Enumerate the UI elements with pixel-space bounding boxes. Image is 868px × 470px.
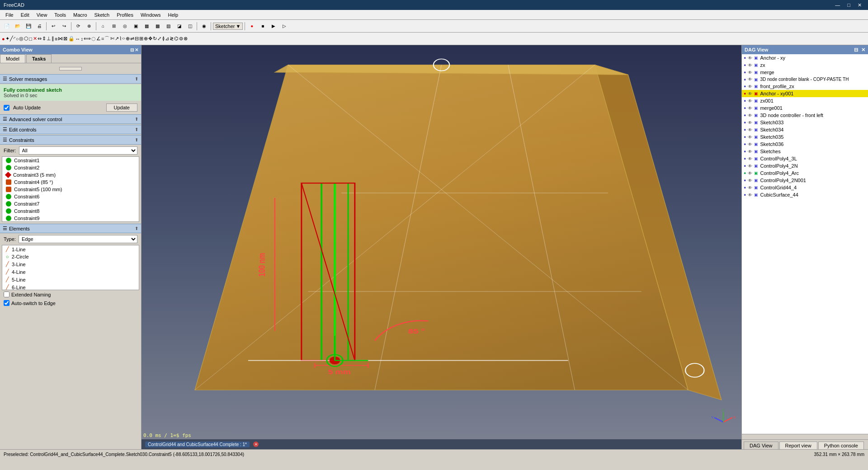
dag-item-selected[interactable]: ● 👁 ▣ Anchor - xy001	[742, 90, 868, 97]
list-item[interactable]: Constraint2	[2, 164, 139, 171]
auto-update-checkbox[interactable]	[4, 105, 9, 111]
dag-item[interactable]: ● 👁 ▣ merge	[742, 69, 868, 76]
tab-dag-view[interactable]: DAG View	[744, 442, 778, 449]
menu-tools[interactable]: Tools	[51, 11, 70, 19]
solver-messages-header[interactable]: ☰ Solver messages ⬆	[0, 74, 141, 84]
eye-icon[interactable]: 👁	[748, 56, 752, 61]
dag-item[interactable]: ● 👁 ▣ ControlPoly4_2N	[742, 162, 868, 169]
print-btn[interactable]: 🖨	[34, 21, 44, 31]
tool-ext2[interactable]: ⊿	[165, 36, 169, 42]
sketch-close-button[interactable]	[59, 67, 82, 70]
dag-item[interactable]: ● 👁 ▣ front_profile_zx	[742, 83, 868, 90]
dim-horiz[interactable]: ↔	[75, 36, 80, 42]
redo-btn[interactable]: ↪	[59, 21, 69, 31]
list-item[interactable]: Constraint6	[2, 193, 139, 200]
update-button[interactable]: Update	[106, 103, 137, 112]
constraint-sym[interactable]: ⋈	[58, 36, 63, 42]
constraint-block[interactable]: ⊠	[63, 36, 67, 42]
view-persp[interactable]: ◉	[199, 21, 209, 31]
tool-extend[interactable]: ↗	[115, 36, 119, 42]
eye-icon[interactable]: 👁	[748, 127, 752, 132]
eye-icon[interactable]: 👁	[748, 185, 752, 190]
tool-rotate[interactable]: ↻	[153, 36, 157, 42]
list-item[interactable]: ○2-Circle	[2, 253, 139, 260]
eye-icon[interactable]: 👁	[748, 91, 752, 96]
play-btn[interactable]: ▶	[269, 21, 278, 31]
list-item[interactable]: Constraint8	[2, 207, 139, 215]
dim-lock[interactable]: 🔒	[68, 36, 75, 42]
tool-scale[interactable]: ⤢	[157, 36, 161, 42]
dag-scrollbar[interactable]	[742, 434, 868, 439]
tool-mirror[interactable]: ⇌	[130, 36, 134, 42]
dim-angle[interactable]: ∠	[96, 36, 101, 42]
eye-icon[interactable]: 👁	[748, 193, 752, 197]
dag-item[interactable]: ● 👁 ▣ zx	[742, 61, 868, 69]
dag-item[interactable]: ● 👁 ▣ merge001	[742, 104, 868, 112]
tab-python-console[interactable]: Python console	[818, 442, 864, 449]
tool-ext6[interactable]: ⊗	[184, 36, 188, 42]
tab-report-view[interactable]: Report view	[779, 442, 817, 449]
workbench-selector[interactable]: Sketcher ▼	[213, 23, 243, 30]
elements-collapse-icon[interactable]: ⬆	[135, 226, 138, 231]
dag-close-btn[interactable]: ✕	[861, 47, 865, 52]
menu-file[interactable]: File	[2, 11, 17, 19]
view-top[interactable]: ▦	[142, 21, 151, 31]
dim-dist[interactable]: ⟺	[84, 36, 91, 42]
dag-item[interactable]: ● 👁 ▣ zx001	[742, 97, 868, 104]
menu-view[interactable]: View	[33, 11, 51, 19]
tool-offset[interactable]: ⊟	[135, 36, 139, 42]
maximize-btn[interactable]: □	[844, 1, 853, 9]
eye-icon[interactable]: 👁	[748, 84, 752, 89]
tool-copy[interactable]: ⊕	[144, 36, 148, 42]
eye-icon[interactable]: 👁	[748, 156, 752, 161]
constraint-par[interactable]: ∥	[52, 36, 54, 42]
new-btn[interactable]: 📄	[2, 21, 12, 31]
list-item[interactable]: ╱3-Line	[2, 260, 139, 268]
eye-icon[interactable]: 👁	[748, 171, 752, 176]
list-item[interactable]: Constraint5 (100 mm)	[2, 186, 139, 193]
list-item[interactable]: Constraint4 (85 °)	[2, 179, 139, 186]
dim-tangent[interactable]: ⌒	[104, 35, 109, 42]
dim-equal[interactable]: =	[101, 36, 104, 42]
menu-windows[interactable]: Windows	[137, 11, 165, 19]
stop-btn[interactable]: ⊕	[84, 21, 94, 31]
extended-naming-checkbox[interactable]	[4, 291, 9, 297]
open-btn[interactable]: 📂	[13, 21, 23, 31]
sketch-circle[interactable]: ○	[16, 36, 19, 42]
dag-float-btn[interactable]: ⊟	[854, 47, 858, 52]
constraint-fix[interactable]: ✕	[33, 36, 37, 42]
close-sketch-btn[interactable]: ✕	[253, 442, 259, 447]
elements-header[interactable]: ☰ Elements ⬆	[0, 224, 141, 233]
auto-switch-checkbox[interactable]	[4, 300, 9, 306]
view-std[interactable]: ◎	[120, 21, 130, 31]
list-item[interactable]: ╱4-Line	[2, 268, 139, 276]
dag-item[interactable]: ● 👁 ▣ ControlPoly4_Arc	[742, 169, 868, 177]
menu-profiles[interactable]: Profiles	[113, 11, 137, 19]
dag-item[interactable]: ● 👁 ▣ 3D node controller - front left	[742, 112, 868, 119]
constraint-hline[interactable]: ⇔	[38, 36, 42, 42]
menu-macro[interactable]: Macro	[70, 11, 91, 19]
tool-split[interactable]: ⌇	[119, 36, 122, 42]
adv-collapse-icon[interactable]: ⬆	[135, 117, 138, 122]
sketch-ellipse[interactable]: ◎	[19, 36, 24, 42]
eye-icon[interactable]: 👁	[748, 178, 752, 183]
view-fit[interactable]: ⊞	[109, 21, 119, 31]
tab-model[interactable]: Model	[0, 54, 25, 63]
list-item[interactable]: Constraint9	[2, 215, 139, 222]
eye-icon[interactable]: 👁	[748, 70, 752, 75]
tool-ext5[interactable]: ⊜	[179, 36, 183, 42]
tool-clone[interactable]: ⊕	[126, 36, 130, 42]
sketch-point[interactable]: ✦	[5, 36, 9, 42]
tool-ext4[interactable]: ⌬	[174, 36, 179, 42]
sketch-poly[interactable]: ⬡	[24, 36, 28, 42]
sketch-new[interactable]: ●	[2, 36, 5, 42]
advanced-solver-header[interactable]: ☰ Advanced solver control ⬆	[0, 114, 141, 124]
menu-edit[interactable]: Edit	[17, 11, 33, 19]
sketch-line[interactable]: ╱	[10, 36, 13, 42]
edit-collapse-icon[interactable]: ⬆	[135, 127, 138, 132]
dag-item[interactable]: ● 👁 ▣ ControlGrid44_4	[742, 184, 868, 191]
record-btn[interactable]: ●	[247, 21, 257, 31]
constraint-colinear[interactable]: ≡	[55, 36, 57, 42]
list-item[interactable]: ╱5-Line	[2, 276, 139, 283]
dag-item[interactable]: ● 👁 ▣ ControlPoly4_3L	[742, 155, 868, 162]
